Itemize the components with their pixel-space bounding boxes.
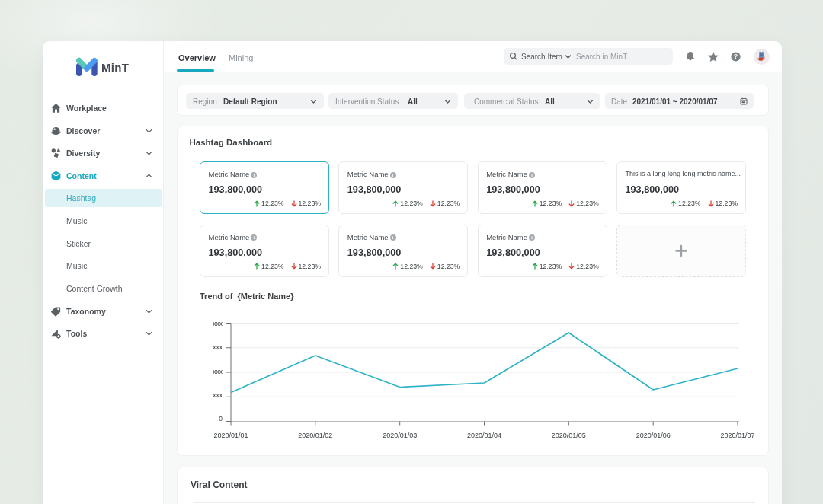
svg-text:?: ? bbox=[734, 53, 738, 60]
svg-text:2020/01/03: 2020/01/03 bbox=[383, 432, 417, 439]
svg-text:xxx: xxx bbox=[213, 368, 223, 375]
svg-text:xxx: xxx bbox=[213, 391, 223, 399]
svg-text:2020/01/05: 2020/01/05 bbox=[552, 432, 586, 439]
svg-text:xxx: xxx bbox=[213, 320, 223, 327]
svg-text:2020/01/01: 2020/01/01 bbox=[213, 432, 248, 439]
svg-text:2020/01/04: 2020/01/04 bbox=[467, 432, 501, 439]
svg-text:xxx: xxx bbox=[213, 343, 223, 351]
svg-text:2020/01/06: 2020/01/06 bbox=[636, 432, 671, 439]
svg-text:2020/01/02: 2020/01/02 bbox=[298, 432, 332, 439]
svg-text:2020/01/07: 2020/01/07 bbox=[720, 432, 754, 439]
svg-text:0: 0 bbox=[219, 415, 223, 423]
